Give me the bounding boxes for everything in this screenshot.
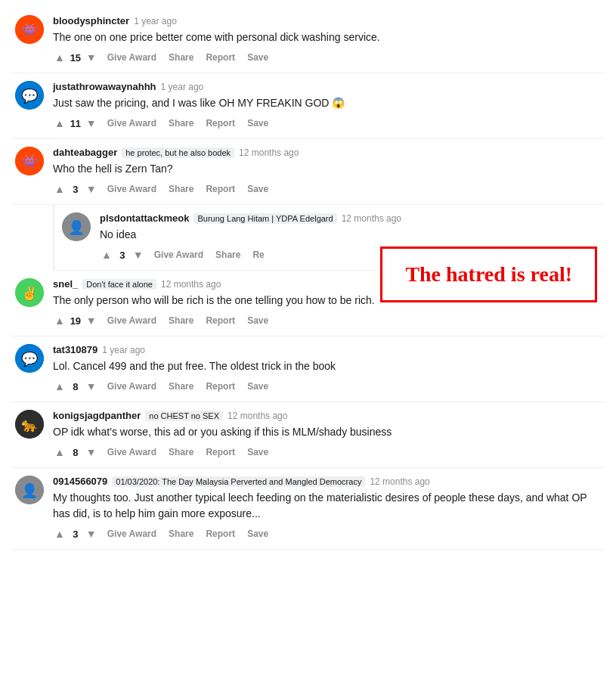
timestamp: 1 year ago [134, 16, 177, 26]
comment-text: Lol. Cancel 499 and the put free. The ol… [53, 358, 601, 374]
upvote-button[interactable]: ▲ [53, 526, 67, 541]
upvote-button[interactable]: ▲ [53, 379, 67, 394]
comment-item: 🐆 konigsjagdpanther no CHEST no SEX 12 m… [11, 402, 605, 468]
share-button[interactable]: Share [166, 445, 197, 459]
comment-actions: ▲ 3 ▼ Give Award Share Report Save [53, 526, 601, 541]
downvote-button[interactable]: ▼ [85, 379, 98, 394]
username[interactable]: 0914566079 [53, 476, 107, 487]
save-button[interactable]: Save [244, 380, 271, 393]
username[interactable]: snel_ [53, 278, 78, 290]
username[interactable]: tat310879 [53, 344, 98, 355]
share-button[interactable]: Share [166, 314, 197, 327]
report-button[interactable]: Report [203, 51, 238, 64]
avatar: 🐆 [15, 410, 44, 439]
username[interactable]: bloodysphincter [53, 15, 129, 26]
upvote-button[interactable]: ▲ [53, 313, 67, 328]
downvote-button[interactable]: ▼ [85, 50, 98, 65]
save-button[interactable]: Save [244, 116, 271, 130]
downvote-button[interactable]: ▼ [85, 445, 98, 460]
username[interactable]: justathrowawaynahhh [53, 81, 156, 92]
save-button[interactable]: Save [244, 182, 271, 196]
avatar: 💬 [15, 81, 44, 110]
downvote-button[interactable]: ▼ [85, 181, 98, 197]
downvote-button[interactable]: ▼ [85, 313, 98, 328]
vote-section: ▲ 11 ▼ [53, 116, 98, 131]
comment-actions: ▲ 3 ▼ Give Award Share Report Save [53, 181, 601, 197]
comment-actions: ▲ 3 ▼ Give Award Share Re [100, 247, 601, 262]
report-button[interactable]: Report [203, 380, 238, 393]
svg-text:🐆: 🐆 [21, 417, 39, 433]
comment-item: ✌️ snel_ Don't face it alone 12 months a… [11, 271, 605, 336]
save-button[interactable]: Save [244, 527, 271, 541]
report-button[interactable]: Report [203, 445, 238, 459]
vote-count: 15 [70, 52, 82, 64]
give-award-button[interactable]: Give Award [104, 182, 159, 196]
report-button[interactable]: Report [203, 116, 238, 130]
vote-count: 19 [70, 315, 82, 327]
give-award-button[interactable]: Give Award [104, 445, 159, 459]
save-button[interactable]: Save [244, 51, 271, 64]
give-award-button[interactable]: Give Award [104, 116, 159, 130]
svg-text:💬: 💬 [21, 88, 39, 104]
comment-header: justathrowawaynahhh 1 year ago [53, 81, 601, 92]
vote-section: ▲ 8 ▼ [53, 379, 98, 394]
save-button[interactable]: Save [244, 445, 271, 459]
comment-item: 👾 dahteabagger he protec, but he also bo… [11, 139, 605, 205]
comment-text: OP idk what's worse, this ad or you aski… [53, 424, 601, 440]
downvote-button[interactable]: ▼ [132, 247, 145, 262]
upvote-button[interactable]: ▲ [53, 445, 67, 460]
user-flair: Burung Lang Hitam | YDPA Edelgard [193, 213, 336, 224]
comment-actions: ▲ 11 ▼ Give Award Share Report Save [53, 116, 601, 131]
comment-header: snel_ Don't face it alone 12 months ago [53, 278, 601, 290]
comment-body: dahteabagger he protec, but he also bode… [53, 147, 601, 197]
downvote-button[interactable]: ▼ [85, 116, 98, 131]
comment-header: plsdontattackmeok Burung Lang Hitam | YD… [100, 212, 601, 224]
comment-item: 👤 0914566079 01/03/2020: The Day Malaysi… [11, 468, 605, 550]
share-button[interactable]: Share [166, 527, 197, 541]
share-button[interactable]: Share [166, 380, 197, 393]
comment-body: 0914566079 01/03/2020: The Day Malaysia … [53, 476, 601, 541]
share-button[interactable]: Share [166, 182, 197, 196]
upvote-button[interactable]: ▲ [53, 116, 67, 131]
downvote-button[interactable]: ▼ [85, 526, 98, 541]
comment-actions: ▲ 8 ▼ Give Award Share Report Save [53, 379, 601, 394]
give-award-button[interactable]: Give Award [104, 527, 159, 541]
comment-body: tat310879 1 year ago Lol. Cancel 499 and… [53, 344, 601, 394]
avatar: ✌️ [15, 278, 44, 307]
svg-text:👾: 👾 [21, 22, 39, 39]
username[interactable]: plsdontattackmeok [100, 212, 189, 224]
comment-actions: ▲ 8 ▼ Give Award Share Report Save [53, 445, 601, 460]
comment-header: tat310879 1 year ago [53, 344, 601, 355]
give-award-button[interactable]: Give Award [104, 380, 159, 393]
report-button[interactable]: Re [249, 248, 267, 262]
report-button[interactable]: Report [203, 314, 238, 327]
username[interactable]: dahteabagger [53, 147, 117, 158]
upvote-button[interactable]: ▲ [100, 247, 113, 262]
report-button[interactable]: Report [203, 527, 238, 541]
timestamp: 12 months ago [370, 476, 429, 487]
report-button[interactable]: Report [203, 182, 238, 196]
comment-header: dahteabagger he protec, but he also bode… [53, 147, 601, 158]
user-flair: Don't face it alone [82, 279, 156, 290]
user-flair: no CHEST no SEX [145, 411, 223, 421]
give-award-button[interactable]: Give Award [104, 51, 159, 64]
timestamp: 12 months ago [228, 411, 287, 421]
share-button[interactable]: Share [212, 248, 243, 262]
give-award-button[interactable]: Give Award [104, 314, 159, 327]
comment-body: justathrowawaynahhh 1 year ago Just saw … [53, 81, 601, 131]
comment-text: Just saw the pricing, and I was like OH … [53, 95, 601, 111]
vote-count: 11 [70, 118, 82, 129]
comment-body: bloodysphincter 1 year ago The one on on… [53, 15, 601, 65]
share-button[interactable]: Share [166, 116, 197, 130]
comment-text: No idea [100, 227, 601, 243]
upvote-button[interactable]: ▲ [53, 50, 67, 65]
give-award-button[interactable]: Give Award [151, 248, 206, 262]
comment-text: Who the hell is Zern Tan? [53, 161, 601, 177]
comment-header: bloodysphincter 1 year ago [53, 15, 601, 26]
upvote-button[interactable]: ▲ [53, 181, 67, 197]
timestamp: 12 months ago [161, 279, 221, 290]
username[interactable]: konigsjagdpanther [53, 410, 141, 421]
share-button[interactable]: Share [166, 51, 197, 64]
save-button[interactable]: Save [244, 314, 271, 327]
comment-text: The only person who will be rich is the … [53, 293, 601, 308]
